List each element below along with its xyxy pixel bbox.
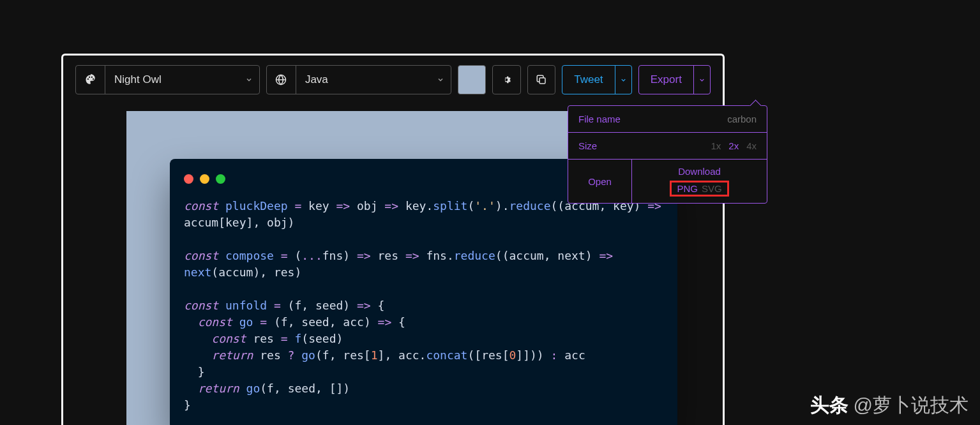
globe-icon: [267, 66, 296, 94]
tweet-button[interactable]: Tweet: [562, 65, 632, 94]
size-4x[interactable]: 4x: [746, 140, 757, 151]
export-button[interactable]: Export: [638, 65, 711, 94]
watermark-brand: 头条: [810, 392, 848, 419]
code-editor[interactable]: const pluckDeep = key => obj => key.spli…: [184, 198, 663, 414]
language-label: Java: [296, 73, 430, 86]
chevron-down-icon: [430, 76, 451, 84]
svg-rect-1: [539, 78, 545, 84]
chevron-down-icon: [698, 77, 705, 84]
close-dot-icon: [184, 174, 193, 184]
theme-label: Night Owl: [105, 73, 239, 86]
toolbar: Night Owl Java Tweet: [63, 56, 723, 104]
copy-icon: [536, 74, 547, 86]
download-label: Download: [678, 166, 721, 177]
filename-input[interactable]: [680, 114, 757, 124]
format-png-button[interactable]: PNG: [677, 183, 698, 194]
size-label: Size: [578, 140, 711, 151]
chevron-down-icon: [620, 77, 627, 84]
export-popover: File name Size 1x 2x 4x Open Download PN…: [568, 105, 767, 204]
theme-select[interactable]: Night Owl: [75, 65, 260, 94]
gear-icon: [501, 74, 512, 86]
language-select[interactable]: Java: [266, 65, 451, 94]
tweet-dropdown[interactable]: [615, 66, 631, 94]
download-section: Download PNG SVG: [632, 160, 767, 203]
tweet-label[interactable]: Tweet: [562, 66, 614, 94]
format-svg-button[interactable]: SVG: [702, 183, 722, 194]
export-label[interactable]: Export: [639, 66, 693, 94]
minimize-dot-icon: [200, 174, 209, 184]
export-dropdown[interactable]: [693, 66, 710, 94]
background-color-swatch[interactable]: [458, 65, 486, 94]
format-buttons: PNG SVG: [670, 181, 728, 197]
settings-button[interactable]: [492, 65, 521, 94]
size-row: Size 1x 2x 4x: [568, 133, 767, 160]
filename-label: File name: [578, 114, 680, 124]
export-actions: Open Download PNG SVG: [568, 160, 767, 203]
maximize-dot-icon: [216, 174, 225, 184]
size-1x[interactable]: 1x: [711, 140, 721, 151]
watermark: 头条 @萝卜说技术: [810, 392, 969, 419]
filename-row: File name: [568, 106, 767, 133]
chevron-down-icon: [239, 76, 259, 84]
copy-button[interactable]: [527, 65, 556, 94]
open-button[interactable]: Open: [568, 160, 632, 203]
palette-icon: [76, 66, 105, 94]
size-options: 1x 2x 4x: [711, 140, 757, 151]
watermark-handle: @萝卜说技术: [854, 392, 969, 419]
size-2x[interactable]: 2x: [728, 140, 739, 151]
